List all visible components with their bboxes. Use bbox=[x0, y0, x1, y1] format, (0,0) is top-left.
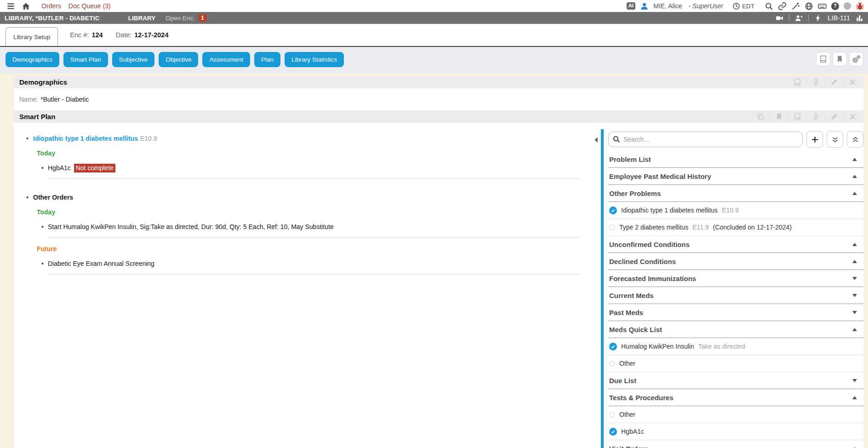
chevron-down-icon[interactable] bbox=[852, 379, 857, 382]
copy-icon[interactable] bbox=[752, 113, 770, 121]
unchecked-circle-icon[interactable] bbox=[609, 224, 615, 230]
ai-badge[interactable]: AI bbox=[627, 2, 636, 10]
sidebar-section-declined-conditions[interactable]: Declined Conditions bbox=[608, 253, 863, 270]
chevron-up-icon[interactable] bbox=[852, 192, 857, 195]
close-icon[interactable] bbox=[843, 113, 862, 121]
expand-all-button[interactable] bbox=[827, 131, 843, 148]
sidebar-section-problem-list[interactable]: Problem List bbox=[608, 151, 863, 168]
book-icon[interactable] bbox=[788, 78, 806, 86]
clock-icon[interactable] bbox=[732, 2, 740, 10]
sidebar-section-employee-past-medical-history[interactable]: Employee Past Medical History bbox=[608, 168, 863, 185]
book-icon[interactable] bbox=[788, 113, 806, 121]
add-user-icon[interactable] bbox=[795, 14, 803, 22]
tab-library-statistics[interactable]: Library Statistics bbox=[285, 52, 344, 67]
name-label: Name: bbox=[19, 96, 38, 103]
chevron-up-icon[interactable] bbox=[852, 328, 857, 331]
checked-circle-icon[interactable] bbox=[609, 343, 617, 350]
tab-smart-plan[interactable]: Smart Plan bbox=[63, 52, 108, 67]
list-item-humalog[interactable]: Humalog KwikPen Insulin Take as directed bbox=[608, 338, 863, 355]
chevron-up-icon[interactable] bbox=[852, 175, 857, 178]
sidebar-section-other-problems[interactable]: Other Problems bbox=[608, 185, 863, 202]
chevron-up-icon[interactable] bbox=[852, 158, 857, 161]
sidebar-section-tests-procedures[interactable]: Tests & Procedures bbox=[608, 389, 863, 406]
doc-queue-count[interactable]: (3) bbox=[103, 2, 111, 10]
order-picker-sidebar: Problem List Employee Past Medical Histo… bbox=[604, 123, 863, 448]
collapse-left-icon[interactable] bbox=[594, 137, 598, 143]
section-label: Forecasted Immunizations bbox=[609, 275, 696, 282]
checked-circle-icon[interactable] bbox=[609, 428, 617, 436]
sidebar-section-forecasted-immunizations[interactable]: Forecasted Immunizations bbox=[608, 270, 863, 287]
globe-icon[interactable] bbox=[805, 2, 813, 11]
sidebar-section-unconfirmed-conditions[interactable]: Unconfirmed Conditions bbox=[608, 236, 863, 253]
home-icon[interactable] bbox=[22, 2, 30, 11]
link-icon[interactable] bbox=[778, 2, 787, 11]
video-camera-icon[interactable] bbox=[776, 14, 783, 22]
pencil-icon[interactable] bbox=[825, 78, 843, 86]
item-label: Idiopathic type 1 diabetes mellitus bbox=[621, 207, 718, 214]
bookmark-icon[interactable] bbox=[833, 52, 847, 66]
sidebar-section-current-meds[interactable]: Current Meds bbox=[608, 287, 863, 304]
wand-icon[interactable] bbox=[791, 2, 800, 11]
microphone-icon[interactable] bbox=[806, 78, 825, 86]
tab-demographics[interactable]: Demographics bbox=[6, 52, 59, 67]
book-icon[interactable] bbox=[816, 52, 830, 66]
list-item-other-med[interactable]: Other bbox=[608, 355, 863, 372]
chevron-up-icon[interactable] bbox=[852, 396, 857, 399]
item-label: Type 2 diabetes mellitus bbox=[619, 224, 688, 231]
add-order-button[interactable] bbox=[806, 131, 823, 148]
help-icon[interactable] bbox=[831, 2, 839, 10]
bug-icon[interactable] bbox=[856, 2, 864, 11]
user-icon[interactable] bbox=[640, 2, 649, 11]
close-icon[interactable] bbox=[843, 78, 862, 86]
enc-date-value: 12-17-2024 bbox=[134, 31, 168, 39]
patient-name-row: Name: *Butler - Diabetic bbox=[14, 88, 863, 110]
chevron-up-icon[interactable] bbox=[852, 243, 857, 246]
chevron-down-icon[interactable] bbox=[852, 294, 857, 297]
practice-name[interactable]: LIBRARY bbox=[128, 15, 156, 22]
list-item-hgba1c[interactable]: HgbA1c bbox=[608, 423, 863, 440]
section-label: Current Meds bbox=[609, 292, 654, 299]
user-name[interactable]: MIE, Alice bbox=[653, 2, 682, 10]
sidebar-section-past-meds[interactable]: Past Meds bbox=[608, 304, 863, 321]
order-item-eye-exam[interactable]: Diabetic Eye Exam Annual Screening bbox=[48, 259, 580, 275]
keyboard-icon[interactable] bbox=[818, 2, 827, 11]
patient-name[interactable]: LIBRARY, *BUTLER - DIABETIC bbox=[5, 15, 100, 22]
sidebar-section-meds-quick-list[interactable]: Meds Quick List bbox=[608, 321, 863, 338]
bar-chart-icon[interactable] bbox=[856, 14, 863, 22]
pencil-icon[interactable] bbox=[825, 113, 843, 121]
order-item-hgba1c[interactable]: HgbA1c Not complete bbox=[48, 164, 580, 179]
order-item-humalog[interactable]: Start Humalog KwikPen Insulin, Sig:Take … bbox=[48, 223, 580, 238]
chevron-up-icon[interactable] bbox=[852, 260, 857, 263]
list-item-idiopathic-diabetes[interactable]: Idiopathic type 1 diabetes mellitus E10.… bbox=[608, 202, 863, 219]
problem-code: E10.9 bbox=[140, 135, 157, 142]
tab-plan[interactable]: Plan bbox=[254, 52, 280, 67]
unchecked-circle-icon[interactable] bbox=[609, 412, 615, 418]
tab-assessment[interactable]: Assessment bbox=[202, 52, 250, 67]
sidebar-section-due-list[interactable]: Due List bbox=[608, 372, 863, 389]
gears-icon[interactable] bbox=[849, 52, 863, 66]
chevron-down-icon[interactable] bbox=[852, 277, 857, 280]
list-item-other-test[interactable]: Other bbox=[608, 406, 863, 423]
list-item-type2-diabetes[interactable]: Type 2 diabetes mellitus E11.9 (Conclude… bbox=[608, 219, 863, 236]
menu-icon[interactable] bbox=[6, 2, 15, 11]
section-label: Due List bbox=[609, 377, 636, 385]
unchecked-circle-icon[interactable] bbox=[609, 361, 615, 367]
lightning-icon[interactable] bbox=[814, 14, 822, 22]
bookmark-icon[interactable] bbox=[770, 113, 788, 121]
tab-objective[interactable]: Objective bbox=[159, 52, 198, 67]
problem-title[interactable]: Idiopathic type 1 diabetes mellitus bbox=[33, 135, 138, 142]
section-title: Demographics bbox=[19, 78, 67, 86]
checked-circle-icon[interactable] bbox=[609, 207, 617, 214]
microphone-icon[interactable] bbox=[806, 113, 825, 121]
tab-subjective[interactable]: Subjective bbox=[112, 52, 154, 67]
chevron-down-icon[interactable] bbox=[852, 311, 857, 314]
menu-item-doc-queue[interactable]: Doc Queue bbox=[69, 2, 101, 10]
search-icon[interactable] bbox=[765, 2, 773, 11]
group-title: Other Orders bbox=[33, 194, 73, 201]
open-enc-badge[interactable]: 1 bbox=[199, 14, 206, 22]
collapse-all-button[interactable] bbox=[847, 131, 863, 148]
sidebar-section-visit-orders[interactable]: Visit Orders bbox=[608, 440, 863, 448]
search-input[interactable] bbox=[608, 132, 803, 147]
menu-item-orders[interactable]: Orders bbox=[41, 2, 61, 10]
library-setup-button[interactable]: Library Setup bbox=[6, 27, 58, 46]
